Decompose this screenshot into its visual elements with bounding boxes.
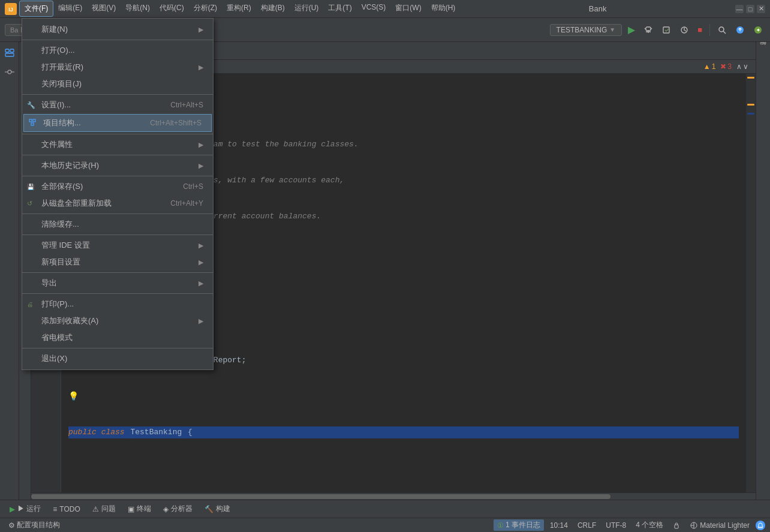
warning-badge[interactable]: ▲ 1	[703, 62, 716, 71]
run-button[interactable]: ▶	[625, 22, 637, 38]
menu-exit-label: 退出(X)	[41, 353, 67, 364]
project-files-icon[interactable]	[1, 44, 18, 61]
maximize-button[interactable]: □	[746, 5, 754, 13]
menu-manage-ide[interactable]: 管理 IDE 设置 ▶	[22, 237, 213, 254]
gutter-warning-1	[747, 77, 754, 79]
events-button[interactable]: ① 1 事件日志	[494, 519, 544, 531]
menu-close-project[interactable]: 关闭项目(J)	[22, 76, 213, 92]
menu-help[interactable]: 帮助(H)	[426, 1, 461, 17]
debug-button[interactable]	[641, 23, 655, 37]
profile-button[interactable]	[677, 23, 691, 37]
menu-code[interactable]: 代码(C)	[155, 1, 189, 17]
close-button[interactable]: ✕	[757, 5, 765, 13]
menu-run[interactable]: 运行(U)	[290, 1, 324, 17]
arrow-right-button[interactable]	[751, 23, 765, 37]
menu-settings-label: 设置(I)...	[41, 100, 71, 110]
menu-settings[interactable]: 🔧 设置(I)... Ctrl+Alt+S	[22, 97, 213, 113]
gutter-warning-2	[747, 104, 754, 106]
reload-icon: ↺	[27, 200, 32, 208]
sep-9	[22, 293, 213, 294]
favorites-arrow: ▶	[198, 317, 203, 325]
menu-open[interactable]: 打开(O)...	[22, 42, 213, 59]
sep-6	[22, 214, 213, 214]
file-properties-arrow: ▶	[198, 141, 203, 149]
menu-open-recent[interactable]: 打开最近(R) ▶	[22, 59, 213, 76]
menu-print[interactable]: 🖨 打印(P)...	[22, 296, 213, 312]
readonly-icon-item[interactable]	[669, 522, 684, 529]
lock-icon	[673, 522, 680, 529]
todo-button[interactable]: ≡ TODO	[48, 503, 85, 515]
menu-window[interactable]: 窗口(W)	[390, 1, 426, 17]
build-panel-button[interactable]: 🔨 构建	[200, 502, 235, 516]
sep-3	[22, 134, 213, 134]
file-menu: 新建(N) ▶ 打开(O)... 打开最近(R) ▶ 关闭项目(J) 🔧 设置(…	[22, 18, 213, 370]
vcs-changes-label[interactable]: 版本控制	[757, 47, 769, 54]
project-structure-status[interactable]: ⚙ 配置项目结构	[5, 520, 64, 530]
window-title: Bank	[460, 4, 735, 13]
menu-exit[interactable]: 退出(X)	[22, 350, 213, 367]
menu-analyze[interactable]: 分析(Z)	[189, 1, 222, 17]
problems-button[interactable]: ⚠ 问题	[88, 502, 121, 516]
menu-file-properties[interactable]: 文件属性 ▶	[22, 136, 213, 153]
menu-tools[interactable]: 工具(T)	[323, 1, 356, 17]
theme-item[interactable]: Material Lighter	[686, 521, 753, 530]
menu-navigate[interactable]: 导航(N)	[121, 1, 155, 17]
menu-invalidate-caches[interactable]: 清除缓存...	[22, 216, 213, 233]
menu-open-label: 打开(O)...	[41, 45, 75, 56]
menu-build[interactable]: 构建(B)	[256, 1, 290, 17]
notifications-button[interactable]	[756, 521, 765, 530]
bottom-toolbar: ▶ ▶ 运行 ≡ TODO ⚠ 问题 ▣ 终端 ◈ 分析器 🔨 构建	[0, 500, 770, 518]
error-badge[interactable]: ✖ 3	[720, 62, 732, 71]
minimize-button[interactable]: —	[735, 5, 744, 13]
run-config[interactable]: TESTBANKING ▼	[550, 24, 622, 36]
prev-error-button[interactable]: ∧	[736, 62, 742, 71]
encoding[interactable]: UTF-8	[602, 521, 630, 530]
toolbar-sep-2	[709, 24, 710, 36]
menu-add-to-favorites[interactable]: 添加到收藏夹(A) ▶	[22, 312, 213, 329]
notifications-icon	[757, 522, 763, 528]
upload-button[interactable]	[733, 23, 747, 37]
sep-8	[22, 272, 213, 273]
search-everywhere-button[interactable]	[715, 23, 729, 37]
coverage-button[interactable]	[659, 23, 673, 37]
menu-export[interactable]: 导出 ▶	[22, 275, 213, 291]
menu-project-structure[interactable]: 项目结构... Ctrl+Alt+Shift+S	[23, 114, 212, 132]
terminal-button[interactable]: ▣ 终端	[123, 502, 156, 516]
title-bar: IJ 文件(F) 编辑(E) 视图(V) 导航(N) 代码(C) 分析(Z) 重…	[0, 0, 770, 18]
terminal-label: 终端	[137, 504, 151, 514]
menu-reload-from-disk[interactable]: ↺ 从磁盘全部重新加载 Ctrl+Alt+Y	[22, 195, 213, 212]
problems-label: 问题	[101, 504, 116, 514]
scrollbar-thumb[interactable]	[31, 494, 610, 499]
reload-shortcut: Ctrl+Alt+Y	[170, 199, 203, 208]
next-error-button[interactable]: ∨	[743, 62, 748, 71]
menu-edit[interactable]: 编辑(E)	[53, 1, 87, 17]
line-ending[interactable]: CRLF	[574, 521, 600, 530]
menu-vcs[interactable]: VCS(S)	[357, 1, 391, 17]
stop-button[interactable]: ■	[695, 23, 705, 37]
menu-save-all[interactable]: 💾 全部保存(S) Ctrl+S	[22, 178, 213, 195]
menu-save-all-label: 全部保存(S)	[41, 181, 83, 192]
project-structure-label: 配置项目结构	[17, 520, 60, 530]
menu-close-project-label: 关闭项目(J)	[41, 79, 82, 89]
menu-refactor[interactable]: 重构(R)	[222, 1, 256, 17]
svg-rect-15	[5, 53, 14, 56]
cursor-position[interactable]: 10:14	[546, 521, 572, 530]
menu-file[interactable]: 文件(F)	[19, 1, 53, 17]
menu-view[interactable]: 视图(V)	[87, 1, 121, 17]
nav-arrows: ∧ ∨	[736, 62, 748, 71]
horizontal-scrollbar[interactable]	[31, 492, 756, 500]
run-panel-icon: ▶	[10, 505, 15, 513]
indent-settings[interactable]: 4 个空格	[632, 520, 667, 530]
menu-new-project-settings[interactable]: 新项目设置 ▶	[22, 254, 213, 270]
menu-power-save[interactable]: 省电模式	[22, 329, 213, 346]
menu-new[interactable]: 新建(N) ▶	[22, 21, 213, 38]
run-panel-button[interactable]: ▶ ▶ 运行	[5, 502, 46, 516]
menu-local-history[interactable]: 本地历史记录(H) ▶	[22, 157, 213, 174]
svg-rect-22	[29, 119, 32, 122]
commit-icon[interactable]	[1, 64, 18, 80]
menu-power-save-label: 省电模式	[41, 332, 73, 343]
gutter-highlight	[747, 113, 754, 115]
profiler-button[interactable]: ◈ 分析器	[158, 502, 197, 516]
code-line-10: public class TestBanking {	[68, 426, 739, 438]
menu-favorites-label: 添加到收藏夹(A)	[41, 315, 98, 326]
